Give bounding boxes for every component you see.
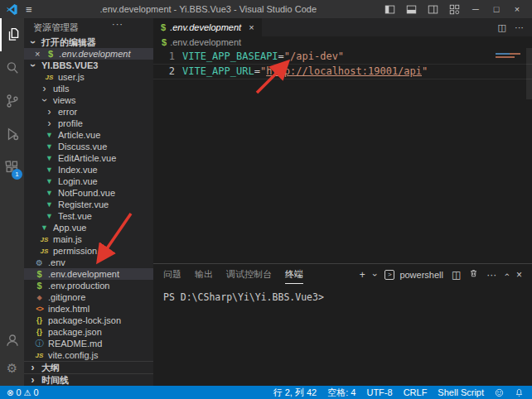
search-icon[interactable] [0,51,24,84]
gear-icon: ⚙ [33,258,46,267]
tree-item-profile[interactable]: ›profile [24,118,153,129]
explorer-icon[interactable] [0,18,24,51]
timeline-section[interactable]: › 时间线 [24,373,153,386]
tree-item-.env[interactable]: ⚙.env [24,257,153,268]
tree-item-Test.vue[interactable]: ▼Test.vue [24,210,153,222]
close-icon[interactable]: × [35,49,40,59]
open-editors-section[interactable]: › 打开的编辑器 [24,36,153,48]
tab-label: .env.development [170,22,241,32]
tree-item-label: Login.vue [58,176,98,186]
close-icon[interactable]: × [249,22,254,32]
close-panel-icon[interactable]: × [516,269,522,281]
settings-gear-icon[interactable]: ⚙ [7,354,17,382]
warnings-icon: ⚠ [24,388,31,397]
outline-label: 大纲 [41,362,60,374]
maximize-icon[interactable]: □ [491,4,501,14]
tree-item-.env.development[interactable]: $.env.development [24,268,153,280]
tree-item-.env.production[interactable]: $.env.production [24,280,153,291]
open-editor-item[interactable]: × $ .env.development [24,48,153,60]
tree-item-label: .env.production [48,281,109,291]
feedback-icon[interactable] [495,388,504,397]
tree-item-main.js[interactable]: JSmain.js [24,233,153,245]
extensions-icon[interactable]: 1 [0,151,24,184]
split-terminal-icon[interactable]: ◫ [452,269,461,281]
tree-item-EditArticle.vue[interactable]: ▼EditArticle.vue [24,152,153,164]
maximize-panel-icon[interactable]: › [501,273,511,276]
tree-item-permission.js[interactable]: JSpermission.js [24,245,153,257]
tree-item-user.js[interactable]: JSuser.js [24,71,153,83]
run-debug-icon[interactable] [0,118,24,151]
outline-section[interactable]: › 大纲 [24,361,153,373]
more-actions-icon[interactable]: ··· [486,269,496,281]
url-link[interactable]: http://localhost:19001/api [266,65,422,77]
vue-icon: ▼ [43,142,56,151]
workspace-section[interactable]: › YI.BBS.VUE3 [24,60,153,71]
tree-item-Login.vue[interactable]: ▼Login.vue [24,175,153,187]
vue-icon: ▼ [38,224,51,232]
tree-item-label: NotFound.vue [58,188,115,198]
tree-item-NotFound.vue[interactable]: ▼NotFound.vue [24,187,153,199]
menu-icon[interactable]: ≡ [26,3,32,16]
language-mode[interactable]: Shell Script [438,387,484,397]
tree-item-error[interactable]: ›error [24,106,153,118]
indentation[interactable]: 空格: 4 [327,387,355,399]
source-control-icon[interactable] [0,84,24,118]
toggle-sidebar-icon[interactable] [384,4,395,15]
chevron-down-icon[interactable]: › [370,273,380,276]
tab-problems[interactable]: 问题 [163,265,181,284]
tree-item-index.html[interactable]: <>index.html [24,303,153,315]
cursor-position[interactable]: 行 2, 列 42 [273,387,317,399]
tree-item-package.json[interactable]: {}package.json [24,326,153,338]
tree-item-utils[interactable]: ›utils [24,83,153,94]
code-editor[interactable]: 1 VITE_APP_BASEAPI="/api-dev" 2 VITE_APP… [153,48,532,263]
window-title: .env.development - Yi.BBS.Vue3 - Visual … [32,4,384,14]
terminal-output[interactable]: PS D:\CSharp\Yi\Yi.BBS.Vue3> [153,285,532,303]
customize-layout-icon[interactable] [449,4,460,15]
tree-item-Discuss.vue[interactable]: ▼Discuss.vue [24,141,153,152]
tree-item-label: index.html [48,304,89,314]
eol-sequence[interactable]: CRLF [404,387,428,397]
toggle-secondary-sidebar-icon[interactable] [428,4,438,15]
timeline-label: 时间线 [41,374,69,387]
new-terminal-icon[interactable]: + [360,269,365,281]
tab-terminal[interactable]: 终端 [285,265,303,284]
tab-env-development[interactable]: $ .env.development × [153,18,262,36]
close-icon[interactable]: × [512,4,522,14]
minimap[interactable] [496,53,522,58]
errors-icon: ⊗ [7,388,13,397]
more-actions-icon[interactable]: ··· [112,19,123,29]
tree-item-Article.vue[interactable]: ▼Article.vue [24,129,153,141]
scrollbar[interactable] [526,48,532,99]
encoding[interactable]: UTF-8 [366,387,392,397]
vue-icon: ▼ [43,177,56,185]
main-region: 1 ⚙ 资源管理器 ··· › 打开的编辑器 × $ .env.developm… [0,18,532,386]
tree-item-package-lock.json[interactable]: {}package-lock.json [24,315,153,326]
tree-item-App.vue[interactable]: ▼App.vue [24,222,153,233]
tree-item-views[interactable]: ›views [24,94,153,106]
tree-item-vite.config.js[interactable]: JSvite.config.js [24,349,153,361]
notifications-bell-icon[interactable] [515,388,524,397]
split-editor-icon[interactable]: ◫ [498,22,506,33]
tab-debug-console[interactable]: 调试控制台 [226,265,272,284]
tree-item-.gitignore[interactable]: ◆.gitignore [24,291,153,303]
tree-item-label: Discuss.vue [58,142,107,151]
breadcrumb[interactable]: $ .env.development [153,36,532,48]
shell-selector[interactable]: powershell [399,270,443,280]
env-key: VITE_APP_BASEAPI [182,50,278,62]
tree-item-label: Test.vue [58,211,92,221]
more-actions-icon[interactable]: ··· [515,22,524,32]
kill-terminal-icon[interactable] [469,268,478,281]
tree-item-Index.vue[interactable]: ▼Index.vue [24,164,153,175]
minimize-icon[interactable]: ─ [471,4,481,14]
account-icon[interactable] [0,326,24,354]
diamond-icon: ◆ [33,294,46,301]
tree-item-label: permission.js [53,246,106,256]
tab-output[interactable]: 输出 [195,265,213,284]
toggle-panel-icon[interactable] [406,4,417,15]
code-line-2: 2 VITE_APP_URL="http://localhost:19001/a… [153,64,532,79]
tree-item-README.md[interactable]: ⓘREADME.md [24,338,153,349]
tree-item-label: package-lock.json [48,315,121,325]
tree-item-Register.vue[interactable]: ▼Register.vue [24,199,153,210]
problems-status[interactable]: ⊗ 0 ⚠ 0 [7,387,39,397]
html-icon: <> [33,305,46,313]
